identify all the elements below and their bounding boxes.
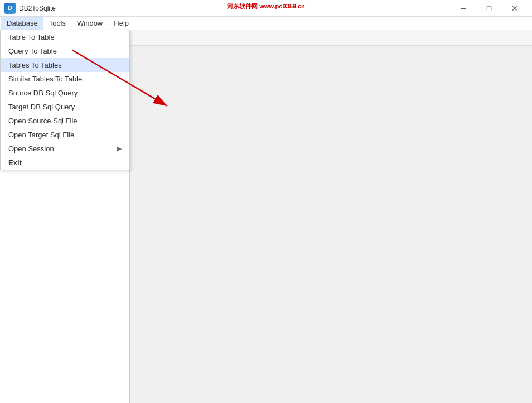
title-bar: D DB2ToSqlite ─ □ ✕ bbox=[0, 0, 532, 17]
title-bar-left: D DB2ToSqlite bbox=[4, 3, 56, 14]
menu-bar: Database Tools Window Help bbox=[0, 17, 532, 30]
menu-item-similar-tables-to-table[interactable]: Similar Tables To Table bbox=[1, 72, 129, 86]
menu-item-open-target-sql-file[interactable]: Open Target Sql File bbox=[1, 128, 129, 142]
menu-item-open-session[interactable]: Open Session ▶ bbox=[1, 142, 129, 156]
menu-item-table-to-table[interactable]: Table To Table bbox=[1, 30, 129, 44]
menu-window[interactable]: Window bbox=[71, 17, 108, 30]
main-area: Table To Table Query To Table Tables To … bbox=[0, 30, 532, 403]
menu-item-exit[interactable]: Exit bbox=[1, 156, 129, 170]
minimize-button[interactable]: ─ bbox=[451, 0, 476, 17]
right-panel bbox=[130, 30, 532, 403]
database-dropdown-menu: Table To Table Query To Table Tables To … bbox=[0, 30, 130, 170]
menu-item-query-to-table[interactable]: Query To Table bbox=[1, 44, 129, 58]
menu-item-tables-to-tables[interactable]: Tables To Tables bbox=[1, 58, 129, 72]
left-panel: Table To Table Query To Table Tables To … bbox=[0, 30, 130, 403]
menu-database[interactable]: Database bbox=[1, 17, 43, 30]
menu-item-target-db-sql-query[interactable]: Target DB Sql Query bbox=[1, 100, 129, 114]
app-title: DB2ToSqlite bbox=[19, 4, 56, 12]
right-top-bar bbox=[130, 30, 532, 46]
maximize-button[interactable]: □ bbox=[476, 0, 502, 17]
submenu-arrow-icon: ▶ bbox=[117, 145, 122, 152]
title-bar-controls: ─ □ ✕ bbox=[451, 0, 528, 17]
menu-item-source-db-sql-query[interactable]: Source DB Sql Query bbox=[1, 86, 129, 100]
close-button[interactable]: ✕ bbox=[502, 0, 528, 17]
menu-tools[interactable]: Tools bbox=[43, 17, 71, 30]
app-icon: D bbox=[4, 3, 16, 14]
menu-item-open-source-sql-file[interactable]: Open Source Sql File bbox=[1, 114, 129, 128]
menu-help[interactable]: Help bbox=[108, 17, 134, 30]
